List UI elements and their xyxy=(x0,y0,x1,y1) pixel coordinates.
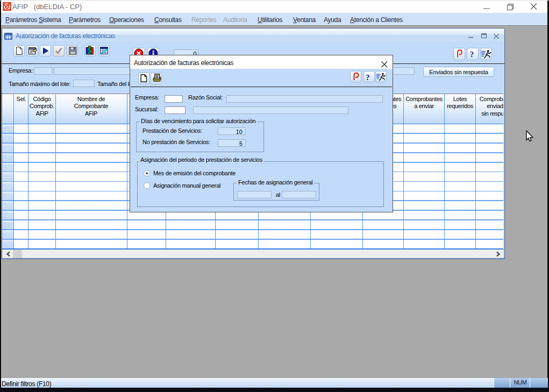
svg-text:?: ? xyxy=(366,73,370,82)
svg-text:?: ? xyxy=(470,49,474,58)
